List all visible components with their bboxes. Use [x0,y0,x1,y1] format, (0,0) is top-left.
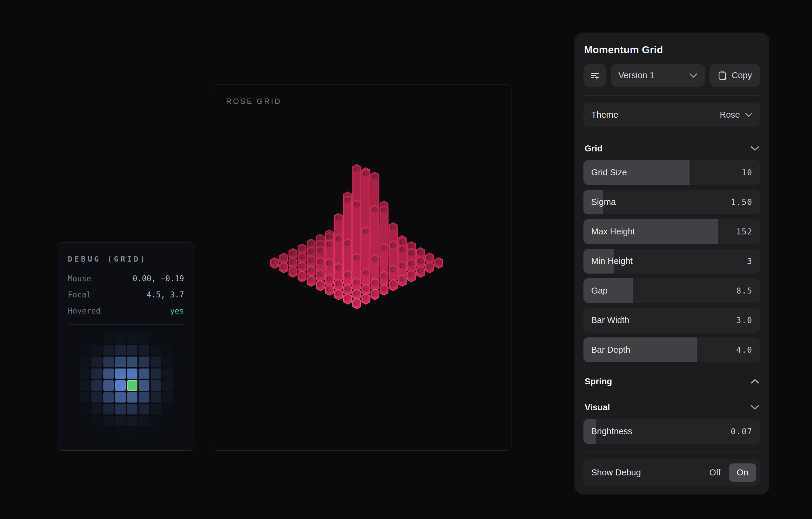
heatmap-cell[interactable] [80,416,90,426]
slider-min-height[interactable]: Min Height3 [583,249,760,274]
heatmap-cell[interactable] [91,416,102,426]
heatmap-cell[interactable] [80,404,90,415]
heatmap-cell[interactable] [104,392,114,403]
heatmap-cell[interactable] [104,333,114,344]
heatmap-cell[interactable] [139,427,149,438]
heatmap-cell[interactable] [162,439,173,450]
heatmap-cell[interactable] [115,439,126,450]
heatmap-cell[interactable] [174,368,185,379]
slider-bar-width[interactable]: Bar Width3.0 [583,308,760,333]
heatmap-cell[interactable] [162,357,173,367]
heatmap-cell[interactable] [139,345,149,356]
heatmap-cell[interactable] [91,404,102,415]
heatmap-cell[interactable] [127,439,138,450]
heatmap-cell[interactable] [68,333,79,344]
heatmap-cell[interactable] [80,427,90,438]
heatmap-cell[interactable] [151,439,161,450]
heatmap-cell[interactable] [127,345,138,356]
heatmap-cell[interactable] [80,380,90,391]
heatmap-cell[interactable] [91,368,102,379]
heatmap-cell[interactable] [104,345,114,356]
section-header-spring[interactable]: Spring [583,374,760,388]
heatmap-cell[interactable] [151,345,161,356]
heatmap-cell[interactable] [91,380,102,391]
heatmap-cell[interactable] [68,439,79,450]
heatmap-cell[interactable] [162,392,173,403]
heatmap-cell[interactable] [104,357,114,367]
heatmap-cell[interactable] [115,427,126,438]
heatmap-cell[interactable] [151,416,161,426]
heatmap-cell[interactable] [104,368,114,379]
heatmap-cell[interactable] [91,392,102,403]
slider-bar-depth[interactable]: Bar Depth4.0 [583,337,760,362]
heatmap-cell[interactable] [68,368,79,379]
heatmap-cell[interactable] [139,416,149,426]
debug-heatmap[interactable] [68,333,184,450]
heatmap-cell[interactable] [104,427,114,438]
heatmap-cell[interactable] [80,392,90,403]
heatmap-cell[interactable] [91,427,102,438]
heatmap-cell[interactable] [115,357,126,367]
heatmap-cell[interactable] [80,345,90,356]
heatmap-cell[interactable] [80,357,90,367]
heatmap-cell[interactable] [162,427,173,438]
heatmap-cell[interactable] [80,439,90,450]
heatmap-cell[interactable] [127,368,138,379]
add-preset-button[interactable] [583,64,606,87]
heatmap-cell[interactable] [91,345,102,356]
heatmap-cell[interactable] [139,368,149,379]
heatmap-cell[interactable] [162,368,173,379]
heatmap-cell[interactable] [115,380,126,391]
heatmap-cell[interactable] [139,439,149,450]
heatmap-cell[interactable] [115,333,126,344]
heatmap-cell[interactable] [80,368,90,379]
slider-gap[interactable]: Gap8.5 [583,278,760,303]
heatmap-cell[interactable] [115,368,126,379]
slider-grid-size[interactable]: Grid Size10 [583,160,760,185]
heatmap-cell[interactable] [151,380,161,391]
heatmap-cell[interactable] [151,357,161,367]
heatmap-cell[interactable] [68,392,79,403]
heatmap-cell[interactable] [174,392,185,403]
debug-off-button[interactable]: Off [709,468,721,478]
heatmap-cell[interactable] [68,427,79,438]
heatmap-cell[interactable] [104,439,114,450]
heatmap-cell[interactable] [127,333,138,344]
heatmap-cell[interactable] [127,380,138,391]
heatmap-cell[interactable] [91,357,102,367]
heatmap-cell[interactable] [139,404,149,415]
heatmap-cell[interactable] [127,357,138,367]
heatmap-cell[interactable] [104,404,114,415]
heatmap-cell[interactable] [115,392,126,403]
heatmap-cell[interactable] [115,404,126,415]
heatmap-cell[interactable] [127,427,138,438]
slider-sigma[interactable]: Sigma1.50 [583,190,760,214]
heatmap-cell[interactable] [174,333,185,344]
theme-row[interactable]: Theme Rose [583,103,760,127]
heatmap-cell[interactable] [151,427,161,438]
heatmap-cell[interactable] [104,416,114,426]
slider-brightness[interactable]: Brightness0.07 [583,419,760,444]
section-header-visual[interactable]: Visual [583,400,760,414]
heatmap-cell[interactable] [162,416,173,426]
heatmap-cell[interactable] [162,345,173,356]
heatmap-cell[interactable] [80,333,90,344]
heatmap-cell[interactable] [174,439,185,450]
rose-grid-chart[interactable] [211,85,512,451]
heatmap-cell[interactable] [174,416,185,426]
heatmap-cell[interactable] [68,404,79,415]
heatmap-cell[interactable] [151,333,161,344]
heatmap-cell[interactable] [68,380,79,391]
heatmap-cell[interactable] [115,345,126,356]
heatmap-cell[interactable] [174,380,185,391]
heatmap-cell[interactable] [91,333,102,344]
heatmap-cell[interactable] [162,404,173,415]
heatmap-cell[interactable] [68,416,79,426]
heatmap-cell[interactable] [139,392,149,403]
heatmap-cell[interactable] [151,392,161,403]
heatmap-cell[interactable] [151,404,161,415]
heatmap-cell[interactable] [139,380,149,391]
heatmap-cell[interactable] [139,333,149,344]
heatmap-cell[interactable] [68,357,79,367]
heatmap-cell[interactable] [104,380,114,391]
